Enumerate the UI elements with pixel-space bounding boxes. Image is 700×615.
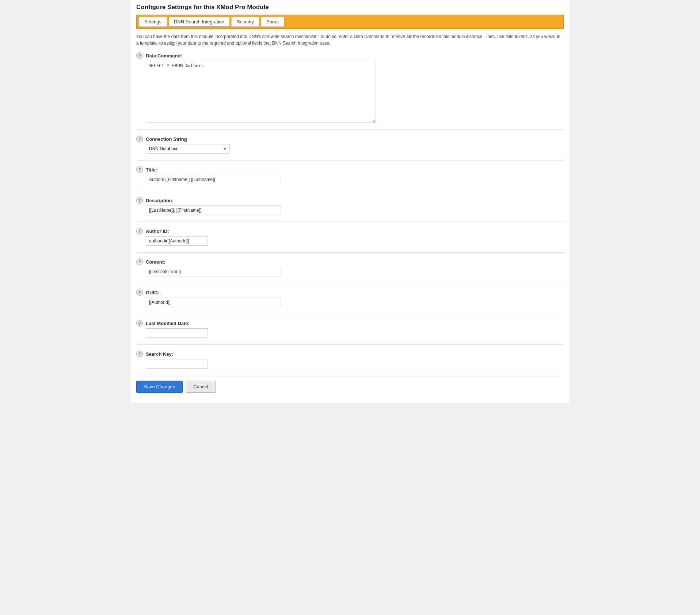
content-section: ? Content: (136, 259, 564, 276)
divider-5 (136, 252, 564, 253)
divider-7 (136, 314, 564, 314)
description-section: ? Description: (136, 197, 564, 215)
connection-string-label: Connection String (146, 136, 187, 142)
author-id-input[interactable] (146, 236, 208, 246)
divider-1 (136, 129, 564, 130)
data-command-input[interactable] (146, 61, 376, 123)
footer-bar: Save Changes Cancel (136, 376, 564, 396)
search-key-label: Search Key: (146, 351, 173, 357)
tab-dnn-search[interactable]: DNN Search Integration (168, 17, 230, 27)
divider-6 (136, 283, 564, 283)
data-command-help-btn[interactable]: ? (136, 52, 143, 59)
last-modified-date-input[interactable] (146, 328, 208, 338)
page-title: Configure Settings for this XMod Pro Mod… (136, 4, 564, 11)
guid-input[interactable] (146, 298, 281, 307)
divider-8 (136, 344, 564, 345)
guid-help-btn[interactable]: ? (136, 289, 143, 296)
content-help-btn[interactable]: ? (136, 259, 143, 265)
connection-string-help-btn[interactable]: ? (136, 136, 143, 142)
title-input[interactable] (146, 175, 281, 184)
cancel-button[interactable]: Cancel (186, 381, 216, 393)
connection-string-select-wrapper: DNN Database Other ▼ (146, 144, 230, 154)
description-label-row: ? Description: (136, 197, 564, 204)
tab-about[interactable]: About (261, 17, 284, 27)
last-modified-date-section: ? Last Modified Date: (136, 320, 564, 338)
author-id-label: Author ID: (146, 229, 169, 234)
tab-bar: Settings DNN Search Integration Security… (136, 15, 564, 29)
author-id-label-row: ? Author ID: (136, 228, 564, 234)
connection-string-select[interactable]: DNN Database Other (146, 144, 230, 154)
divider-3 (136, 191, 564, 191)
description-help-btn[interactable]: ? (136, 197, 143, 204)
page-wrapper: Configure Settings for this XMod Pro Mod… (131, 0, 569, 403)
search-key-help-btn[interactable]: ? (136, 351, 143, 357)
author-id-section: ? Author ID: (136, 228, 564, 246)
search-key-label-row: ? Search Key: (136, 351, 564, 357)
guid-section: ? GUID: (136, 289, 564, 307)
data-command-label: Data Command: (146, 53, 182, 59)
data-command-label-row: ? Data Command: (136, 52, 564, 59)
data-command-section: ? Data Command: (136, 52, 564, 123)
last-modified-date-label: Last Modified Date: (146, 321, 190, 326)
last-modified-date-help-btn[interactable]: ? (136, 320, 143, 327)
content-label-row: ? Content: (136, 259, 564, 265)
tab-security[interactable]: Security (231, 17, 259, 27)
save-button[interactable]: Save Changes (136, 381, 183, 393)
content-input[interactable] (146, 267, 281, 276)
tab-settings[interactable]: Settings (139, 17, 167, 27)
title-label-row: ? Title: (136, 166, 564, 173)
search-key-input[interactable] (146, 359, 208, 369)
last-modified-date-label-row: ? Last Modified Date: (136, 320, 564, 327)
description-input[interactable] (146, 205, 281, 215)
connection-string-section: ? Connection String DNN Database Other ▼ (136, 136, 564, 154)
guid-label-row: ? GUID: (136, 289, 564, 296)
search-key-section: ? Search Key: (136, 351, 564, 369)
info-text: You can have the data from this module i… (136, 33, 564, 46)
title-label: Title: (146, 167, 157, 173)
divider-4 (136, 222, 564, 222)
author-id-help-btn[interactable]: ? (136, 228, 143, 234)
connection-string-label-row: ? Connection String (136, 136, 564, 142)
description-label: Description: (146, 198, 174, 203)
title-section: ? Title: (136, 166, 564, 184)
guid-label: GUID: (146, 290, 159, 295)
title-help-btn[interactable]: ? (136, 166, 143, 173)
content-label: Content: (146, 259, 165, 265)
divider-2 (136, 160, 564, 161)
